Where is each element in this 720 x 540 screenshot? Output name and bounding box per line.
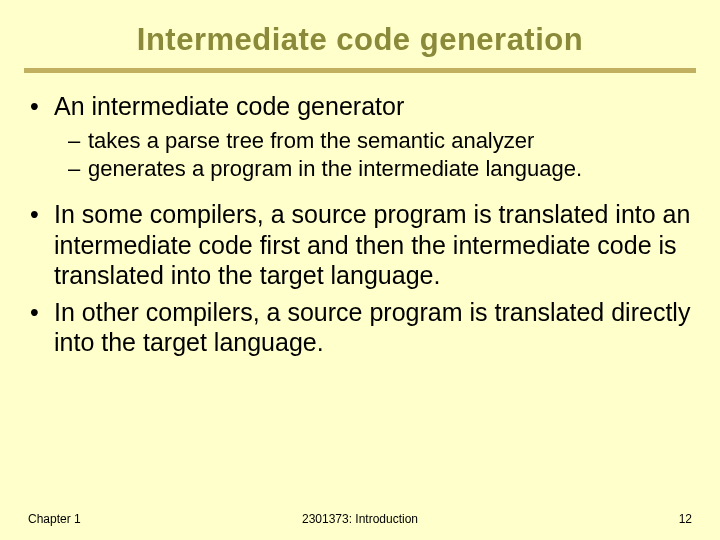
sub-bullet-item: – takes a parse tree from the semantic a…: [68, 128, 692, 155]
footer-left: Chapter 1: [28, 512, 81, 526]
slide-title: Intermediate code generation: [28, 22, 692, 58]
dash-icon: –: [68, 156, 88, 183]
bullet-text: In some compilers, a source program is t…: [54, 199, 692, 291]
bullet-item: • In some compilers, a source program is…: [28, 199, 692, 291]
bullet-item: • An intermediate code generator: [28, 91, 692, 122]
footer-center: 2301373: Introduction: [302, 512, 418, 526]
footer-page-number: 12: [679, 512, 692, 526]
dash-icon: –: [68, 128, 88, 155]
title-underline: [24, 68, 696, 73]
sub-bullet-item: – generates a program in the intermediat…: [68, 156, 692, 183]
bullet-text: In other compilers, a source program is …: [54, 297, 692, 358]
sub-bullet-text: takes a parse tree from the semantic ana…: [88, 128, 692, 155]
slide-body: • An intermediate code generator – takes…: [28, 91, 692, 358]
bullet-dot-icon: •: [28, 199, 54, 291]
sub-bullet-text: generates a program in the intermediate …: [88, 156, 692, 183]
slide-footer: Chapter 1 2301373: Introduction 12: [28, 512, 692, 526]
bullet-dot-icon: •: [28, 297, 54, 358]
bullet-item: • In other compilers, a source program i…: [28, 297, 692, 358]
bullet-dot-icon: •: [28, 91, 54, 122]
bullet-text: An intermediate code generator: [54, 91, 692, 122]
